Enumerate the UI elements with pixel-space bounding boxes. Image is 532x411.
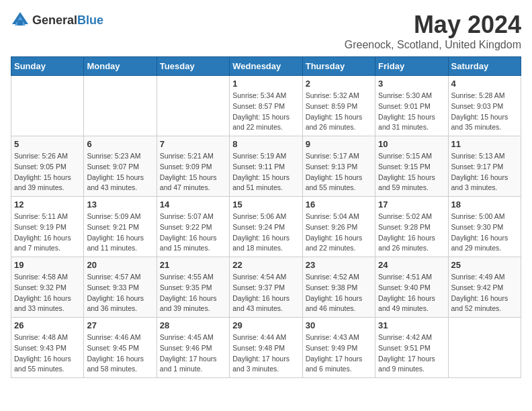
calendar-cell: 7Sunrise: 5:21 AM Sunset: 9:09 PM Daylig…: [157, 136, 229, 197]
calendar-cell: [157, 76, 229, 136]
day-number: 21: [160, 260, 226, 270]
calendar-cell: 20Sunrise: 4:57 AM Sunset: 9:33 PM Dayli…: [84, 257, 157, 318]
day-info: Sunrise: 4:48 AM Sunset: 9:43 PM Dayligh…: [14, 332, 81, 375]
day-number: 4: [451, 79, 518, 89]
day-info: Sunrise: 5:04 AM Sunset: 9:26 PM Dayligh…: [306, 212, 372, 254]
day-info: Sunrise: 4:44 AM Sunset: 9:48 PM Dayligh…: [232, 332, 299, 375]
calendar-cell: 17Sunrise: 5:02 AM Sunset: 9:28 PM Dayli…: [375, 197, 448, 257]
calendar-cell: 28Sunrise: 4:45 AM Sunset: 9:46 PM Dayli…: [157, 318, 229, 378]
day-info: Sunrise: 4:57 AM Sunset: 9:33 PM Dayligh…: [87, 272, 153, 314]
calendar-cell: 13Sunrise: 5:09 AM Sunset: 9:21 PM Dayli…: [84, 197, 157, 257]
day-info: Sunrise: 5:07 AM Sunset: 9:22 PM Dayligh…: [160, 212, 226, 254]
calendar-cell: 30Sunrise: 4:43 AM Sunset: 9:49 PM Dayli…: [302, 318, 375, 378]
calendar-cell: 25Sunrise: 4:49 AM Sunset: 9:42 PM Dayli…: [448, 257, 521, 318]
calendar-cell: 5Sunrise: 5:26 AM Sunset: 9:05 PM Daylig…: [11, 136, 84, 197]
logo-blue: Blue: [77, 13, 103, 27]
calendar-cell: 10Sunrise: 5:15 AM Sunset: 9:15 PM Dayli…: [375, 136, 448, 197]
day-info: Sunrise: 5:02 AM Sunset: 9:28 PM Dayligh…: [378, 212, 445, 254]
day-info: Sunrise: 4:54 AM Sunset: 9:37 PM Dayligh…: [232, 272, 299, 314]
day-number: 5: [14, 139, 81, 149]
day-number: 13: [87, 199, 153, 210]
day-info: Sunrise: 4:49 AM Sunset: 9:42 PM Dayligh…: [451, 272, 518, 314]
calendar-week-row: 12Sunrise: 5:11 AM Sunset: 9:19 PM Dayli…: [11, 197, 521, 257]
calendar-cell: 19Sunrise: 4:58 AM Sunset: 9:32 PM Dayli…: [11, 257, 84, 318]
calendar-cell: 22Sunrise: 4:54 AM Sunset: 9:37 PM Dayli…: [230, 257, 302, 318]
calendar-cell: 21Sunrise: 4:55 AM Sunset: 9:35 PM Dayli…: [157, 257, 229, 318]
day-info: Sunrise: 5:13 AM Sunset: 9:17 PM Dayligh…: [451, 151, 518, 193]
day-number: 20: [87, 260, 153, 270]
day-info: Sunrise: 5:09 AM Sunset: 9:21 PM Dayligh…: [87, 212, 153, 254]
calendar-header-row: SundayMondayTuesdayWednesdayThursdayFrid…: [11, 57, 521, 76]
day-number: 10: [378, 139, 445, 149]
calendar-cell: 6Sunrise: 5:23 AM Sunset: 9:07 PM Daylig…: [84, 136, 157, 197]
day-number: 9: [306, 139, 372, 149]
day-info: Sunrise: 4:55 AM Sunset: 9:35 PM Dayligh…: [160, 272, 226, 314]
day-number: 29: [232, 320, 299, 330]
header-day-thursday: Thursday: [302, 57, 375, 76]
day-number: 28: [160, 320, 226, 330]
day-info: Sunrise: 4:46 AM Sunset: 9:45 PM Dayligh…: [87, 332, 153, 375]
day-info: Sunrise: 5:34 AM Sunset: 8:57 PM Dayligh…: [232, 91, 299, 133]
day-info: Sunrise: 5:11 AM Sunset: 9:19 PM Dayligh…: [14, 212, 81, 254]
calendar-cell: [84, 76, 157, 136]
day-number: 31: [378, 320, 445, 330]
main-title: May 2024: [345, 11, 521, 39]
day-number: 24: [378, 260, 445, 270]
calendar-cell: 31Sunrise: 4:42 AM Sunset: 9:51 PM Dayli…: [375, 318, 448, 378]
calendar-cell: [11, 76, 84, 136]
header-day-wednesday: Wednesday: [230, 57, 302, 76]
day-info: Sunrise: 5:30 AM Sunset: 9:01 PM Dayligh…: [378, 91, 445, 133]
logo: GeneralBlue: [11, 11, 103, 30]
day-info: Sunrise: 5:28 AM Sunset: 9:03 PM Dayligh…: [451, 91, 518, 133]
calendar-cell: 24Sunrise: 4:51 AM Sunset: 9:40 PM Dayli…: [375, 257, 448, 318]
day-info: Sunrise: 5:17 AM Sunset: 9:13 PM Dayligh…: [306, 151, 372, 193]
day-info: Sunrise: 5:23 AM Sunset: 9:07 PM Dayligh…: [87, 151, 153, 193]
day-info: Sunrise: 5:15 AM Sunset: 9:15 PM Dayligh…: [378, 151, 445, 193]
day-info: Sunrise: 5:00 AM Sunset: 9:30 PM Dayligh…: [451, 212, 518, 254]
day-number: 16: [306, 199, 372, 210]
day-number: 19: [14, 260, 81, 270]
day-number: 26: [14, 320, 81, 330]
logo-general: General: [32, 13, 77, 27]
header-day-friday: Friday: [375, 57, 448, 76]
day-number: 2: [306, 79, 372, 89]
day-number: 11: [451, 139, 518, 149]
calendar-table: SundayMondayTuesdayWednesdayThursdayFrid…: [11, 56, 521, 378]
title-section: May 2024 Greenock, Scotland, United King…: [345, 11, 521, 51]
calendar-week-row: 5Sunrise: 5:26 AM Sunset: 9:05 PM Daylig…: [11, 136, 521, 197]
day-number: 30: [306, 320, 372, 330]
day-info: Sunrise: 5:32 AM Sunset: 8:59 PM Dayligh…: [306, 91, 372, 133]
header-day-sunday: Sunday: [11, 57, 84, 76]
day-number: 6: [87, 139, 153, 149]
calendar-cell: 12Sunrise: 5:11 AM Sunset: 9:19 PM Dayli…: [11, 197, 84, 257]
calendar-cell: 8Sunrise: 5:19 AM Sunset: 9:11 PM Daylig…: [230, 136, 302, 197]
calendar-cell: 11Sunrise: 5:13 AM Sunset: 9:17 PM Dayli…: [448, 136, 521, 197]
day-number: 17: [378, 199, 445, 210]
calendar-cell: 3Sunrise: 5:30 AM Sunset: 9:01 PM Daylig…: [375, 76, 448, 136]
calendar-cell: 9Sunrise: 5:17 AM Sunset: 9:13 PM Daylig…: [302, 136, 375, 197]
header-day-tuesday: Tuesday: [157, 57, 229, 76]
calendar-cell: 23Sunrise: 4:52 AM Sunset: 9:38 PM Dayli…: [302, 257, 375, 318]
day-number: 3: [378, 79, 445, 89]
day-info: Sunrise: 5:19 AM Sunset: 9:11 PM Dayligh…: [232, 151, 299, 193]
subtitle: Greenock, Scotland, United Kingdom: [345, 39, 521, 51]
logo-icon: [11, 11, 30, 30]
calendar-cell: 4Sunrise: 5:28 AM Sunset: 9:03 PM Daylig…: [448, 76, 521, 136]
calendar-cell: 27Sunrise: 4:46 AM Sunset: 9:45 PM Dayli…: [84, 318, 157, 378]
day-number: 7: [160, 139, 226, 149]
day-number: 15: [232, 199, 299, 210]
calendar-cell: 18Sunrise: 5:00 AM Sunset: 9:30 PM Dayli…: [448, 197, 521, 257]
day-number: 27: [87, 320, 153, 330]
calendar-week-row: 26Sunrise: 4:48 AM Sunset: 9:43 PM Dayli…: [11, 318, 521, 378]
day-number: 12: [14, 199, 81, 210]
calendar-cell: 2Sunrise: 5:32 AM Sunset: 8:59 PM Daylig…: [302, 76, 375, 136]
calendar-cell: 1Sunrise: 5:34 AM Sunset: 8:57 PM Daylig…: [230, 76, 302, 136]
calendar-cell: 14Sunrise: 5:07 AM Sunset: 9:22 PM Dayli…: [157, 197, 229, 257]
day-info: Sunrise: 4:43 AM Sunset: 9:49 PM Dayligh…: [306, 332, 372, 375]
header-day-monday: Monday: [84, 57, 157, 76]
day-info: Sunrise: 5:06 AM Sunset: 9:24 PM Dayligh…: [232, 212, 299, 254]
calendar-cell: 15Sunrise: 5:06 AM Sunset: 9:24 PM Dayli…: [230, 197, 302, 257]
day-info: Sunrise: 4:42 AM Sunset: 9:51 PM Dayligh…: [378, 332, 445, 375]
calendar-cell: [448, 318, 521, 378]
svg-rect-2: [17, 20, 23, 26]
